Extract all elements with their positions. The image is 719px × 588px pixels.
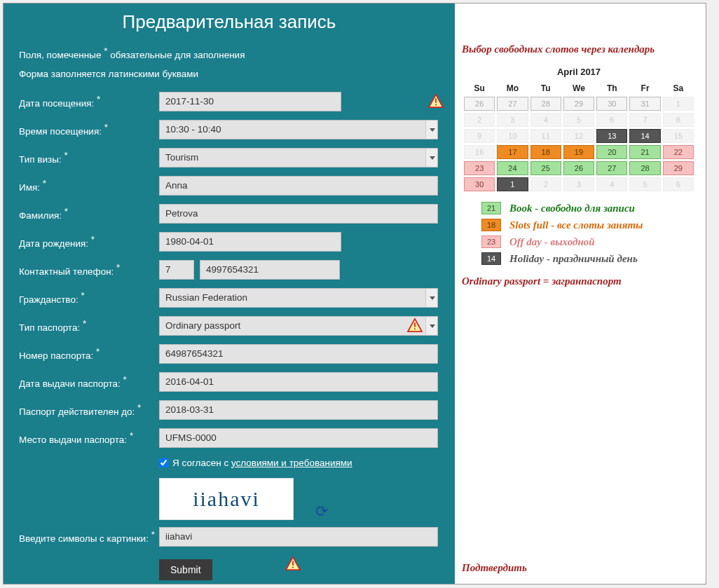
- calendar-cell[interactable]: 20: [596, 145, 627, 159]
- calendar-cell: 29: [563, 97, 594, 111]
- legend-box-hol: 14: [481, 252, 501, 265]
- submit-button[interactable]: Submit: [159, 559, 212, 580]
- calendar-cell[interactable]: 26: [563, 161, 594, 175]
- calendar-legend: 21Book - свободно для записи 18Slots ful…: [462, 202, 696, 265]
- label-dob: Дата рождения: *: [19, 234, 159, 249]
- label-captcha: Введите символы с картинки: *: [19, 529, 159, 544]
- svg-rect-8: [292, 566, 294, 568]
- calendar-cell[interactable]: 1: [497, 177, 528, 191]
- label-pplace: Место выдачи паспорта: *: [19, 430, 159, 445]
- calendar-cell: 31: [629, 97, 660, 111]
- calendar-cell: 26: [464, 97, 495, 111]
- label-pissue: Дата выдачи паспорта: *: [19, 374, 159, 389]
- calendar-cell: 5: [629, 177, 660, 191]
- svg-rect-1: [435, 98, 437, 102]
- calendar-cell: 11: [530, 129, 561, 143]
- label-visa: Тип визы: *: [19, 150, 159, 165]
- annotation-passport: Ordinary passport = загранпаспорт: [462, 275, 696, 287]
- terms-link[interactable]: условиями и требованиями: [231, 458, 352, 468]
- phone-number-input[interactable]: [200, 260, 340, 280]
- calendar-cell: 16: [464, 145, 495, 159]
- label-citizen: Гражданство: *: [19, 290, 159, 305]
- calendar-day-head: Tu: [530, 83, 561, 95]
- calendar-cell: 2: [464, 113, 495, 127]
- calendar-cell: 10: [497, 129, 528, 143]
- calendar-cell: 1: [663, 97, 694, 111]
- calendar-cell[interactable]: 28: [629, 161, 660, 175]
- annotation-calendar: Выбор свободных слотов через календарь: [462, 43, 696, 55]
- passport-issue-date-input[interactable]: [159, 372, 438, 392]
- svg-rect-2: [435, 104, 437, 105]
- legend-text-full: Slots full - все слоты заняты: [509, 219, 643, 231]
- passport-place-input[interactable]: [159, 428, 438, 448]
- calendar-cell: 27: [497, 97, 528, 111]
- calendar-cell: 2: [530, 177, 561, 191]
- calendar-cell: 3: [563, 177, 594, 191]
- captcha-refresh-icon[interactable]: ⟳: [315, 502, 328, 521]
- first-name-input[interactable]: [159, 176, 438, 196]
- calendar-cell: 15: [663, 129, 694, 143]
- warning-icon: [407, 318, 423, 332]
- calendar-cell[interactable]: 21: [629, 145, 660, 159]
- calendar-cell[interactable]: 23: [464, 161, 495, 175]
- warning-icon: [285, 556, 301, 570]
- calendar-cell: 30: [596, 97, 627, 111]
- calendar-cell: 6: [596, 113, 627, 127]
- calendar-cell: 7: [629, 113, 660, 127]
- visit-date-input[interactable]: [159, 92, 341, 111]
- legend-text-book: Book - свободно для записи: [509, 202, 635, 214]
- captcha-input[interactable]: [159, 527, 438, 547]
- calendar-cell[interactable]: 25: [530, 161, 561, 175]
- calendar-day-head: Fr: [629, 83, 660, 95]
- passport-number-input[interactable]: [159, 344, 438, 364]
- calendar-cell[interactable]: 22: [663, 145, 694, 159]
- legend-text-hol: Holiday - праздничный день: [509, 252, 638, 265]
- phone-country-input[interactable]: [159, 260, 194, 280]
- calendar-cell: 5: [563, 113, 594, 127]
- svg-rect-4: [414, 322, 416, 327]
- legend-text-off: Off day - выходной: [509, 235, 595, 248]
- visit-time-select[interactable]: 10:30 - 10:40: [159, 120, 438, 139]
- last-name-input[interactable]: [159, 204, 438, 224]
- calendar-day-head: Sa: [663, 83, 694, 95]
- calendar-cell: 6: [663, 177, 694, 191]
- calendar-cell[interactable]: 29: [663, 161, 694, 175]
- calendar-day-head: Su: [464, 83, 495, 95]
- passport-valid-date-input[interactable]: [159, 400, 438, 420]
- calendar-cell: 12: [563, 129, 594, 143]
- label-time: Время посещения: *: [19, 122, 159, 137]
- calendar-cell: 9: [464, 129, 495, 143]
- calendar-title: April 2017: [462, 65, 696, 81]
- calendar-day-head: Th: [596, 83, 627, 95]
- calendar-cell[interactable]: 30: [464, 177, 495, 191]
- calendar-cell[interactable]: 19: [563, 145, 594, 159]
- page-title: Предварительная запись: [19, 7, 439, 46]
- annotation-submit: Подтвердить: [462, 561, 527, 574]
- passport-type-select[interactable]: Ordinary passport: [159, 316, 438, 336]
- consent-text: Я согласен с условиями и требованиями: [172, 458, 352, 468]
- calendar-cell[interactable]: 14: [629, 129, 660, 143]
- legend-box-off: 23: [481, 235, 501, 248]
- calendar-day-head: Mo: [497, 83, 528, 95]
- calendar-cell[interactable]: 17: [497, 145, 528, 159]
- dob-input[interactable]: [159, 232, 341, 252]
- visa-type-select[interactable]: Tourism: [159, 148, 438, 167]
- calendar-cell[interactable]: 24: [497, 161, 528, 175]
- calendar-cell: 8: [663, 113, 694, 127]
- calendar-cell: 4: [530, 113, 561, 127]
- required-hint: Поля, помеченные * обязательные для запо…: [19, 46, 439, 60]
- calendar-cell: 28: [530, 97, 561, 111]
- calendar-cell[interactable]: 27: [596, 161, 627, 175]
- calendar-cell[interactable]: 18: [530, 145, 561, 159]
- label-name: Имя: *: [19, 178, 159, 193]
- calendar-cell: 4: [596, 177, 627, 191]
- captcha-image: iiahavi: [159, 478, 294, 520]
- warning-icon: [428, 94, 444, 108]
- label-date: Дата посещения: *: [19, 94, 159, 109]
- calendar-cell[interactable]: 13: [596, 129, 627, 143]
- citizenship-select[interactable]: Russian Federation: [159, 288, 438, 308]
- calendar-day-head: We: [563, 83, 594, 95]
- calendar-cell: 3: [497, 113, 528, 127]
- label-pvalid: Паспорт действителен до: *: [19, 402, 159, 417]
- consent-checkbox[interactable]: [159, 458, 168, 467]
